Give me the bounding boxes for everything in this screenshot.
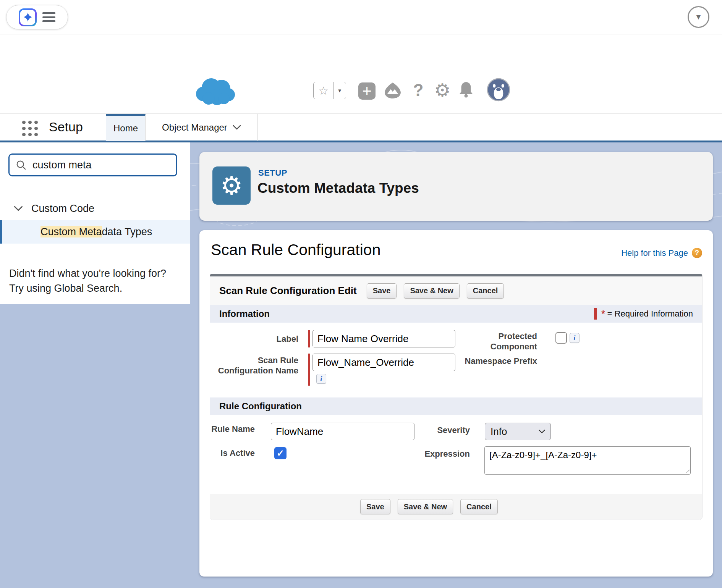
config-name-input[interactable] bbox=[312, 354, 455, 371]
setup-sidebar: Custom Code Custom Metadata Types Didn't… bbox=[0, 142, 190, 304]
form-header: Scan Rule Configuration Edit Save Save &… bbox=[210, 276, 702, 305]
rule-name-input[interactable] bbox=[271, 423, 414, 440]
menu-icon bbox=[42, 12, 55, 22]
quick-find bbox=[8, 153, 177, 176]
setup-body: Custom Code Custom Metadata Types Didn't… bbox=[0, 142, 722, 588]
page-header-card: ⚙ SETUP Custom Metadata Types bbox=[199, 152, 713, 221]
app-launcher-icon[interactable] bbox=[22, 121, 38, 136]
trailhead-button[interactable] bbox=[384, 82, 402, 99]
protected-component-label: Protected Component bbox=[487, 331, 537, 352]
config-name-label: Scan Rule Configuration Name bbox=[210, 355, 298, 376]
form-footer: Save Save & New Cancel bbox=[210, 494, 702, 520]
favorites-list-button[interactable]: ▼ bbox=[333, 82, 346, 99]
content-card: Scan Rule Configuration Help for this Pa… bbox=[199, 230, 713, 577]
page-title: Scan Rule Configuration bbox=[211, 241, 380, 259]
chevron-down-icon bbox=[14, 206, 23, 212]
plus-icon: + bbox=[362, 84, 372, 99]
severity-value: Info bbox=[491, 426, 507, 438]
label-field-input[interactable] bbox=[312, 330, 455, 347]
browser-dropdown-button[interactable]: ▼ bbox=[688, 6, 709, 28]
information-section-title: Information bbox=[219, 309, 270, 319]
setup-nav-bar: Setup Home Object Manager bbox=[0, 113, 722, 142]
is-active-label: Is Active bbox=[210, 448, 255, 458]
required-bar bbox=[308, 330, 310, 347]
form-footer-buttons: Save Save & New Cancel bbox=[360, 499, 498, 514]
information-fields: Label Protected Component i Scan Rule Co… bbox=[210, 323, 702, 397]
hint-line-1: Didn't find what you're looking for? bbox=[9, 266, 166, 281]
browser-toolbar: ▼ bbox=[0, 0, 722, 34]
tab-object-manager[interactable]: Object Manager bbox=[146, 114, 258, 141]
caret-down-icon: ▼ bbox=[337, 88, 342, 94]
info-icon[interactable]: i bbox=[570, 333, 580, 343]
tab-home[interactable]: Home bbox=[106, 114, 146, 141]
salesforce-logo bbox=[193, 75, 238, 110]
browser-assistant-button[interactable] bbox=[6, 5, 68, 29]
tab-object-manager-label: Object Manager bbox=[162, 122, 227, 133]
sidebar-empty-hint: Didn't find what you're looking for? Try… bbox=[9, 266, 166, 296]
caret-down-icon: ▼ bbox=[695, 13, 703, 21]
form-header-title: Scan Rule Configuration Edit bbox=[219, 285, 357, 297]
required-bar bbox=[308, 354, 310, 386]
sparkle-icon bbox=[19, 8, 37, 26]
help-for-page: Help for this Page ? bbox=[621, 248, 702, 258]
required-legend: * = Required Information bbox=[594, 308, 693, 320]
user-avatar[interactable] bbox=[487, 78, 510, 102]
required-bar-icon bbox=[594, 308, 597, 320]
gear-icon: ⚙ bbox=[434, 79, 450, 101]
info-glyph: i bbox=[320, 375, 322, 383]
rule-configuration-section-header: Rule Configuration bbox=[210, 397, 702, 415]
setup-entity-tile: ⚙ bbox=[212, 166, 251, 205]
avatar-bear-icon bbox=[487, 78, 510, 102]
question-icon: ? bbox=[695, 249, 699, 257]
namespace-prefix-label: Namespace Prefix bbox=[453, 356, 537, 366]
scan-rule-configuration-form: Scan Rule Configuration Edit Save Save &… bbox=[210, 274, 702, 520]
rule-configuration-fields: Rule Name Severity Info Is Active ✓ Expr… bbox=[210, 415, 702, 494]
hint-line-2: Try using Global Search. bbox=[9, 281, 166, 296]
cancel-button[interactable]: Cancel bbox=[460, 499, 498, 514]
question-icon: ? bbox=[413, 81, 424, 100]
severity-select[interactable]: Info bbox=[485, 423, 551, 440]
favorites-control: ☆ ▼ bbox=[313, 82, 346, 99]
form-header-buttons: Save Save & New Cancel bbox=[367, 283, 504, 299]
checkmark-icon: ✓ bbox=[277, 448, 284, 459]
sidebar-item-label: Custom Metadata Types bbox=[40, 226, 152, 238]
expression-textarea[interactable]: [A-Za-z0-9]+_[A-Za-z0-9]+ bbox=[484, 446, 691, 475]
info-icon[interactable]: i bbox=[316, 374, 326, 384]
sidebar-group-label: Custom Code bbox=[31, 203, 94, 215]
required-asterisk: * bbox=[601, 309, 605, 319]
label-field-label: Label bbox=[210, 334, 298, 344]
save-and-new-button[interactable]: Save & New bbox=[398, 499, 453, 514]
save-button[interactable]: Save bbox=[360, 499, 390, 514]
expression-label: Expression bbox=[393, 449, 470, 459]
page-header-eyebrow: SETUP bbox=[258, 168, 287, 178]
setup-gear-button[interactable]: ⚙ bbox=[432, 79, 452, 102]
information-section-header: Information * = Required Information bbox=[210, 305, 702, 323]
favorite-star-button[interactable]: ☆ bbox=[314, 82, 333, 99]
required-legend-text: = Required Information bbox=[607, 309, 693, 319]
salesforce-global-header: ☆ ▼ + ? ⚙ bbox=[0, 34, 722, 113]
is-active-checkbox[interactable]: ✓ bbox=[274, 447, 287, 459]
search-match-highlight: Custom Meta bbox=[40, 226, 102, 237]
notifications-button[interactable] bbox=[458, 81, 474, 99]
bell-icon bbox=[458, 81, 474, 99]
help-button[interactable]: ? bbox=[411, 79, 426, 101]
rule-name-label: Rule Name bbox=[210, 424, 255, 434]
cancel-button[interactable]: Cancel bbox=[467, 283, 504, 299]
sidebar-group-custom-code[interactable]: Custom Code bbox=[0, 200, 190, 217]
tab-home-label: Home bbox=[113, 123, 138, 134]
page-header-title: Custom Metadata Types bbox=[257, 180, 419, 196]
help-for-page-link[interactable]: Help for this Page bbox=[621, 248, 688, 258]
quick-create-button[interactable]: + bbox=[358, 82, 376, 100]
sidebar-item-custom-metadata-types[interactable]: Custom Metadata Types bbox=[0, 220, 190, 244]
star-icon: ☆ bbox=[318, 84, 329, 97]
save-and-new-button[interactable]: Save & New bbox=[404, 283, 459, 299]
protected-component-checkbox[interactable] bbox=[555, 332, 567, 344]
rule-configuration-section-title: Rule Configuration bbox=[219, 401, 302, 412]
setup-app-name: Setup bbox=[49, 120, 83, 134]
help-question-icon[interactable]: ? bbox=[692, 248, 702, 258]
severity-label: Severity bbox=[393, 425, 470, 435]
search-icon bbox=[16, 160, 26, 170]
chevron-down-icon bbox=[539, 430, 545, 434]
quick-find-input[interactable] bbox=[26, 155, 176, 175]
save-button[interactable]: Save bbox=[367, 283, 397, 299]
